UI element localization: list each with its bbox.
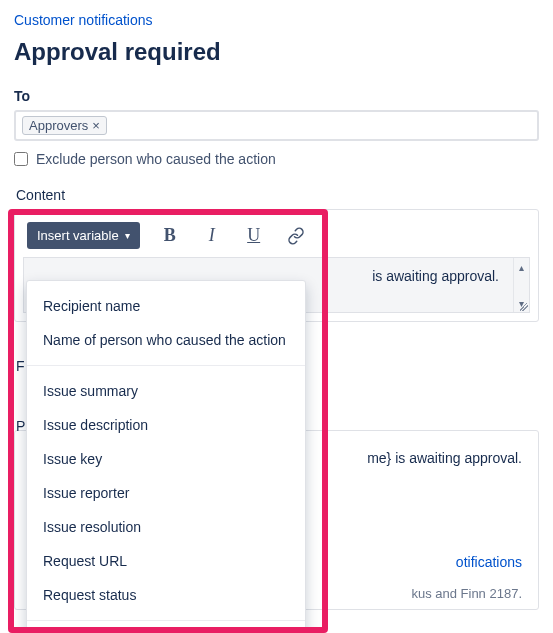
to-input[interactable]: Approvers × — [14, 110, 539, 141]
link-icon — [287, 227, 305, 245]
menu-separator — [27, 620, 305, 621]
fragment-letter-1: F — [16, 358, 25, 374]
menu-item[interactable]: Issue summary — [27, 374, 305, 408]
insert-variable-button[interactable]: Insert variable ▾ — [27, 222, 140, 249]
menu-item[interactable]: Request status — [27, 578, 305, 612]
resize-handle[interactable] — [516, 299, 530, 313]
fragment-letter-2: P — [16, 418, 25, 434]
italic-button[interactable]: I — [200, 224, 224, 248]
menu-item[interactable]: Recipient name — [27, 289, 305, 323]
link-button[interactable] — [284, 224, 308, 248]
menu-separator — [27, 365, 305, 366]
breadcrumb[interactable]: Customer notifications — [14, 12, 153, 28]
menu-item[interactable]: Portal name — [27, 629, 305, 633]
menu-item[interactable]: Name of person who caused the action — [27, 323, 305, 357]
preview-body-tail: me} is awaiting approval. — [367, 447, 522, 471]
chevron-down-icon: ▾ — [125, 230, 130, 241]
preview-footer-tail: kus and Finn 2187. — [411, 583, 522, 605]
preview-link-tail[interactable]: otifications — [456, 554, 522, 570]
menu-item[interactable]: Issue key — [27, 442, 305, 476]
chip-label: Approvers — [29, 118, 88, 133]
close-icon[interactable]: × — [92, 118, 100, 133]
menu-item[interactable]: Issue reporter — [27, 476, 305, 510]
editor-toolbar: Insert variable ▾ B I U — [23, 218, 530, 257]
bold-button[interactable]: B — [158, 224, 182, 248]
exclude-label: Exclude person who caused the action — [36, 151, 276, 167]
content-label: Content — [14, 187, 539, 203]
menu-item[interactable]: Request URL — [27, 544, 305, 578]
editor-body-tail: is awaiting approval. — [372, 268, 499, 284]
page-title: Approval required — [14, 38, 539, 66]
to-chip-approvers[interactable]: Approvers × — [22, 116, 107, 135]
scroll-up-icon[interactable]: ▴ — [515, 260, 529, 274]
menu-item[interactable]: Issue description — [27, 408, 305, 442]
insert-variable-menu: Recipient name Name of person who caused… — [26, 280, 306, 633]
insert-variable-label: Insert variable — [37, 228, 119, 243]
underline-button[interactable]: U — [242, 224, 266, 248]
exclude-checkbox[interactable] — [14, 152, 28, 166]
exclude-checkbox-row[interactable]: Exclude person who caused the action — [14, 151, 539, 167]
to-label: To — [14, 88, 539, 104]
menu-item[interactable]: Issue resolution — [27, 510, 305, 544]
